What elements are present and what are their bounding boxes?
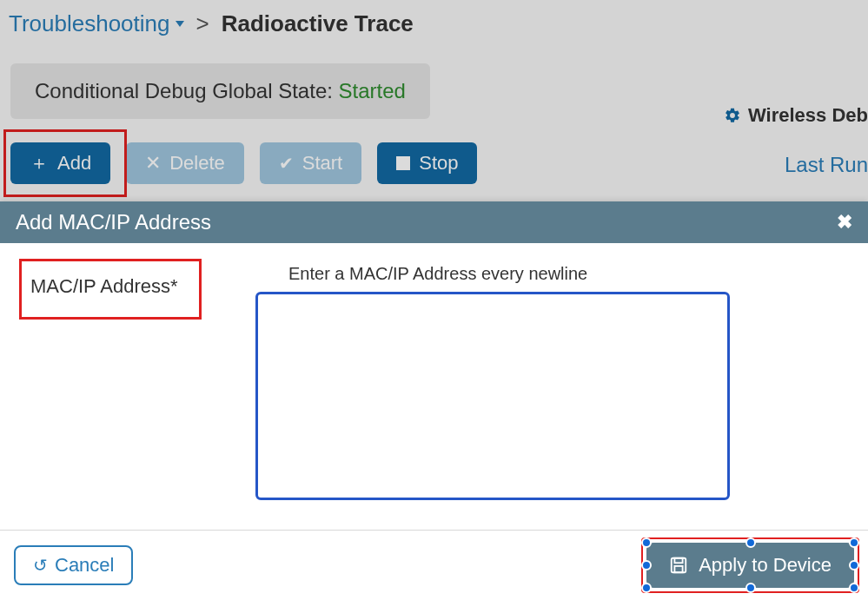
x-icon: ✕ [145, 152, 161, 175]
modal-body: MAC/IP Address* Enter a MAC/IP Address e… [0, 243, 868, 530]
field-label: MAC/IP Address* [30, 275, 178, 297]
breadcrumb-separator: > [196, 10, 209, 37]
save-icon [669, 556, 688, 575]
stop-square-icon [396, 156, 410, 170]
wireless-debug-link[interactable]: Wireless Deb [724, 104, 868, 127]
status-pill: Conditional Debug Global State: Started [10, 63, 430, 119]
wireless-debug-label: Wireless Deb [748, 104, 868, 127]
modal-header: Add MAC/IP Address ✖ [0, 201, 868, 243]
start-button[interactable]: ✔ Start [260, 142, 361, 184]
last-run-link[interactable]: Last Run [785, 153, 868, 177]
breadcrumb-root[interactable]: Troubleshooting [9, 10, 184, 37]
stop-button-label: Stop [419, 152, 458, 175]
stop-button[interactable]: Stop [377, 142, 477, 184]
breadcrumb-current: Radioactive Trace [222, 10, 414, 37]
close-icon[interactable]: ✖ [837, 211, 852, 234]
plus-icon: ＋ [30, 150, 49, 176]
helper-text: Enter a MAC/IP Address every newline [288, 264, 587, 284]
add-button[interactable]: ＋ Add [10, 142, 110, 184]
add-mac-modal: Add MAC/IP Address ✖ MAC/IP Address* Ent… [0, 201, 868, 600]
apply-button-label: Apply to Device [699, 554, 832, 577]
breadcrumb: Troubleshooting > Radioactive Trace [0, 0, 868, 55]
svg-rect-1 [675, 558, 683, 564]
delete-button[interactable]: ✕ Delete [126, 142, 244, 184]
start-button-label: Start [302, 152, 342, 175]
cancel-button-label: Cancel [55, 554, 114, 577]
toolbar: ＋ Add ✕ Delete ✔ Start Stop [10, 142, 477, 184]
apply-button-wrap: Apply to Device [646, 543, 854, 588]
svg-rect-2 [675, 566, 683, 572]
gear-icon [724, 107, 741, 124]
undo-icon: ↺ [33, 555, 48, 576]
chevron-down-icon [176, 21, 184, 27]
modal-footer: ↺ Cancel Apply to Device [0, 530, 868, 600]
apply-to-device-button[interactable]: Apply to Device [646, 543, 854, 588]
delete-button-label: Delete [169, 152, 225, 175]
modal-title: Add MAC/IP Address [16, 210, 211, 234]
breadcrumb-root-label: Troubleshooting [9, 10, 170, 37]
cancel-button[interactable]: ↺ Cancel [14, 545, 133, 585]
status-label: Conditional Debug Global State: [35, 79, 333, 102]
right-info: Wireless Deb Last Run [724, 104, 868, 177]
check-icon: ✔ [279, 153, 294, 174]
status-value: Started [339, 79, 406, 102]
add-button-label: Add [57, 152, 91, 175]
mac-ip-input[interactable] [255, 292, 730, 500]
field-label-highlight: MAC/IP Address* [19, 259, 202, 320]
